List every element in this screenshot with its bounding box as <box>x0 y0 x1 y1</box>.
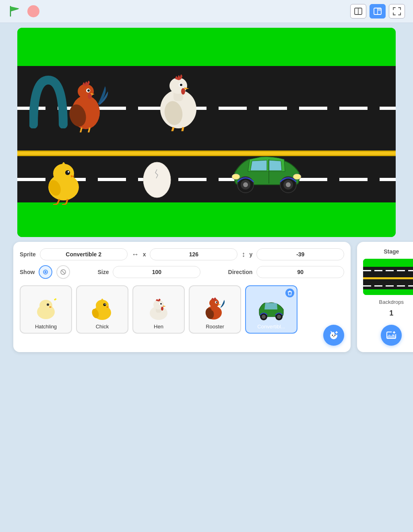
hen-stage-sprite[interactable] <box>150 65 206 133</box>
sprite-card-convertible[interactable]: Convertibl... <box>245 285 297 334</box>
svg-point-46 <box>232 174 240 179</box>
direction-label: Direction <box>228 269 253 275</box>
svg-point-63 <box>105 304 105 305</box>
svg-marker-2 <box>10 6 19 11</box>
svg-point-14 <box>88 93 92 99</box>
x-value-input[interactable] <box>150 248 237 260</box>
svg-point-70 <box>161 307 163 311</box>
y-axis-icon: ↕ <box>242 250 245 259</box>
show-label: Show <box>20 269 35 275</box>
convertible-label: Convertibl... <box>257 324 285 330</box>
size-input[interactable] <box>113 266 200 278</box>
backdrops-label: Backdrops <box>379 299 404 305</box>
sprites-list: Hatchling Chick <box>20 285 344 334</box>
stage-panel-label: Stage <box>384 248 399 255</box>
x-label: x <box>143 251 146 258</box>
stage-panel: Stage Backdrops 1 <box>357 242 413 352</box>
svg-point-52 <box>286 182 291 187</box>
sprite-panel: Sprite ↔ x ↕ y Show Size Direction <box>13 242 351 352</box>
backdrop-count: 1 <box>389 309 393 318</box>
svg-point-76 <box>216 301 217 303</box>
y-value-input[interactable] <box>256 248 344 260</box>
view-normal-button[interactable] <box>350 4 366 19</box>
svg-point-69 <box>160 303 162 305</box>
sprite-label: Sprite <box>20 251 36 258</box>
view-split-button[interactable] <box>370 4 386 19</box>
svg-line-41 <box>53 204 57 205</box>
svg-line-42 <box>62 204 66 205</box>
svg-point-85 <box>335 335 336 336</box>
rooster-stage-sprite[interactable] <box>62 68 110 134</box>
svg-point-82 <box>277 315 281 319</box>
sprite-name-input[interactable] <box>40 248 128 260</box>
grass-bottom <box>17 202 396 237</box>
grass-top <box>17 28 396 66</box>
svg-point-59 <box>47 303 49 306</box>
svg-point-84 <box>332 335 333 336</box>
direction-input[interactable] <box>256 266 344 278</box>
delete-sprite-badge[interactable] <box>285 289 294 297</box>
x-axis-icon: ↔ <box>132 250 139 259</box>
stage-canvas[interactable] <box>17 28 396 237</box>
chick-label: Chick <box>96 324 109 330</box>
green-flag-button[interactable] <box>8 4 23 19</box>
svg-point-37 <box>68 171 69 173</box>
egg-stage-sprite[interactable] <box>140 157 174 202</box>
svg-point-27 <box>181 88 185 95</box>
svg-point-43 <box>143 162 171 198</box>
svg-point-49 <box>243 182 248 187</box>
svg-line-56 <box>62 270 65 274</box>
sprite-card-hatchling[interactable]: Hatchling <box>20 285 72 334</box>
toolbar-left <box>8 4 39 19</box>
hen-label: Hen <box>154 324 163 330</box>
sprite-card-hen[interactable]: Hen <box>132 285 185 334</box>
svg-point-45 <box>293 174 301 179</box>
sprite-card-chick[interactable]: Chick <box>76 285 128 334</box>
svg-point-58 <box>39 300 52 311</box>
svg-point-54 <box>45 271 47 273</box>
chick-stage-sprite[interactable] <box>39 157 88 206</box>
bottom-section: Sprite ↔ x ↕ y Show Size Direction <box>13 242 400 352</box>
size-label: Size <box>97 269 109 275</box>
svg-line-39 <box>57 199 60 204</box>
svg-line-15 <box>80 128 82 132</box>
sprite-name-row: Sprite ↔ x ↕ y <box>20 248 344 260</box>
svg-rect-7 <box>378 8 381 11</box>
svg-point-62 <box>103 303 106 306</box>
yellow-divider <box>17 151 396 156</box>
svg-point-26 <box>180 84 182 86</box>
car-stage-sprite[interactable] <box>229 151 305 196</box>
rooster-label: Rooster <box>206 324 224 330</box>
svg-line-28 <box>171 127 173 131</box>
add-sprite-button[interactable] <box>323 325 344 346</box>
y-label: y <box>249 251 252 258</box>
svg-point-35 <box>53 164 74 183</box>
show-size-row: Show Size Direction <box>20 265 344 279</box>
show-visible-button[interactable] <box>39 265 52 279</box>
show-hidden-button[interactable] <box>56 265 70 279</box>
toolbar-right <box>350 4 405 19</box>
svg-point-61 <box>96 300 109 311</box>
hatchling-label: Hatchling <box>35 324 57 330</box>
sprite-card-rooster[interactable]: Rooster <box>189 285 241 334</box>
stop-button[interactable] <box>27 5 39 17</box>
svg-point-80 <box>262 315 266 319</box>
stage-thumbnail[interactable] <box>363 259 413 295</box>
toolbar <box>0 0 413 23</box>
svg-point-36 <box>65 170 70 175</box>
view-fullscreen-button[interactable] <box>389 4 405 19</box>
svg-point-13 <box>87 89 90 92</box>
add-backdrop-button[interactable] <box>381 325 402 346</box>
